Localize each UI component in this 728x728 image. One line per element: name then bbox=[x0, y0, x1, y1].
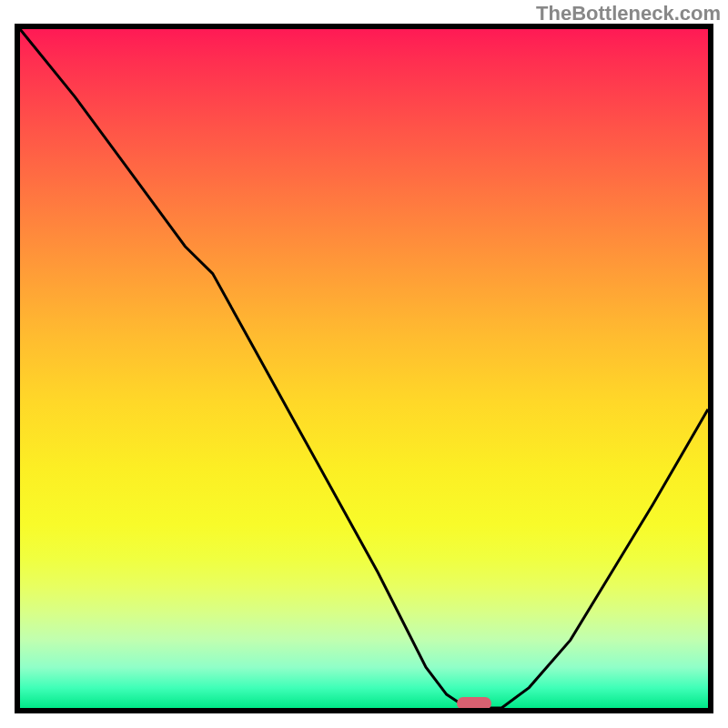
watermark-text: TheBottleneck.com bbox=[536, 2, 721, 25]
chart-container: TheBottleneck.com bbox=[0, 0, 728, 728]
optimal-marker bbox=[457, 697, 491, 710]
curve-line bbox=[20, 29, 708, 708]
plot-area bbox=[15, 24, 713, 713]
